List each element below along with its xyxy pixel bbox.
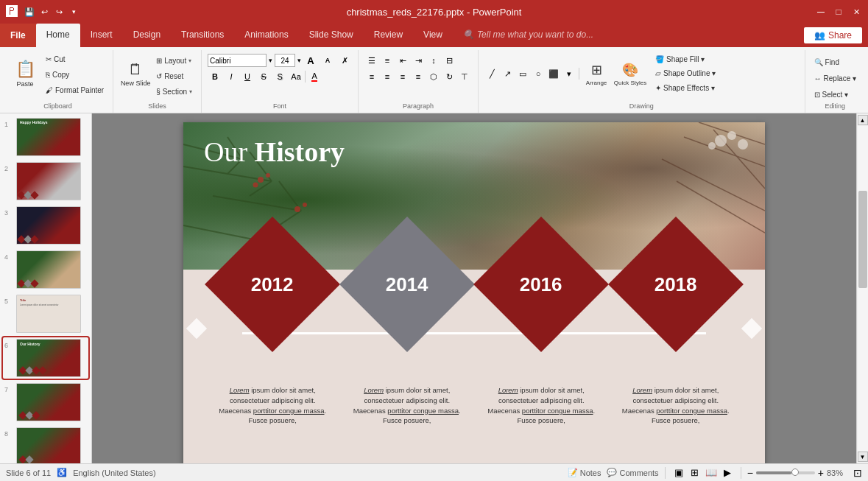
shape-arrow-button[interactable]: ↗ — [500, 66, 515, 81]
slide-thumb-1[interactable]: 1 Happy Holidays — [3, 116, 88, 158]
align-center-button[interactable]: ≡ — [380, 69, 395, 84]
new-slide-icon: 🗒 — [128, 61, 143, 78]
cut-button[interactable]: ✂ Cut — [43, 52, 107, 66]
font-size-dropdown[interactable]: ▾ — [297, 57, 301, 64]
shape-line-button[interactable]: ╱ — [484, 66, 499, 81]
notes-button[interactable]: 📝 Notes — [568, 468, 601, 477]
status-bar: Slide 6 of 11 ♿ English (United States) … — [0, 463, 868, 481]
format-painter-button[interactable]: 🖌 Format Painter — [43, 82, 107, 97]
tab-animations[interactable]: Animations — [234, 24, 298, 47]
line-spacing-button[interactable]: ↕ — [426, 53, 441, 68]
tab-review[interactable]: Review — [364, 24, 413, 47]
italic-button[interactable]: I — [224, 69, 239, 84]
scroll-down-button[interactable]: ▼ — [858, 452, 868, 462]
reading-view-button[interactable]: 📖 — [704, 466, 719, 480]
find-button[interactable]: 🔍 Find — [811, 55, 842, 69]
restore-btn[interactable]: □ — [833, 6, 844, 18]
underline-button[interactable]: U — [240, 69, 255, 84]
shape-outline-button[interactable]: ▱ Shape Outline ▾ — [652, 67, 719, 80]
increase-indent-button[interactable]: ⇥ — [411, 53, 426, 68]
timeline-text-2012: Lorem ipsum dolor sit amet, consectetuer… — [216, 385, 330, 426]
slide-thumb-3[interactable]: 3 — [3, 205, 88, 246]
slide-image-3 — [16, 206, 81, 245]
slide-panel[interactable]: 1 Happy Holidays 2 3 — [0, 113, 92, 463]
tab-slideshow[interactable]: Slide Show — [299, 24, 364, 47]
scroll-track[interactable] — [858, 126, 868, 451]
clear-format-button[interactable]: ✗ — [337, 53, 352, 68]
tab-file[interactable]: File — [0, 24, 36, 47]
font-size-input[interactable] — [275, 54, 295, 67]
slideshow-button[interactable]: ▶ — [720, 466, 735, 480]
font-name-dropdown[interactable]: ▾ — [269, 57, 272, 64]
smart-art-button[interactable]: ⬡ — [426, 69, 441, 84]
comments-button[interactable]: 💬 Comments — [607, 468, 658, 477]
font-name-input[interactable] — [208, 54, 267, 67]
quick-styles-button[interactable]: 🎨 Quick Styles — [612, 53, 649, 94]
shape-effects-button[interactable]: ✦ Shape Effects ▾ — [652, 82, 719, 94]
shape-more-button[interactable]: ⬛ — [546, 66, 561, 81]
tab-view[interactable]: View — [413, 24, 453, 47]
replace-button[interactable]: ↔ Replace ▾ — [811, 71, 859, 85]
redo-icon[interactable]: ↪ — [53, 6, 65, 18]
new-slide-button[interactable]: 🗒 New Slide — [119, 52, 152, 96]
decrease-indent-button[interactable]: ⇤ — [395, 53, 410, 68]
slide-thumb-7[interactable]: 7 — [3, 382, 88, 423]
tab-design[interactable]: Design — [123, 24, 171, 47]
close-btn[interactable]: ✕ — [850, 6, 862, 18]
slide-image-2 — [16, 162, 81, 200]
save-icon[interactable]: 💾 — [24, 6, 35, 18]
customize-icon[interactable]: ▾ — [68, 6, 80, 18]
paste-button[interactable]: 📋 Paste — [9, 52, 41, 96]
zoom-thumb[interactable] — [791, 468, 799, 476]
tab-tellme[interactable]: 🔍 Tell me what you want to do... — [453, 24, 604, 47]
bullet-list-button[interactable]: ☰ — [364, 53, 379, 68]
undo-icon[interactable]: ↩ — [38, 6, 50, 18]
change-case-button[interactable]: Aa — [289, 69, 303, 84]
font-color-button[interactable]: A — [307, 69, 322, 84]
layout-button[interactable]: ⊞ Layout ▾ — [153, 53, 195, 68]
copy-button[interactable]: ⎘ Copy — [43, 67, 107, 82]
bold-button[interactable]: B — [208, 69, 222, 84]
slide-thumb-4[interactable]: 4 — [3, 249, 88, 290]
normal-view-button[interactable]: ▣ — [671, 466, 686, 480]
canvas-area[interactable]: Our History 2012 Lorem ipsum dolor sit a… — [92, 113, 856, 463]
shapes-dropdown-button[interactable]: ▾ — [562, 66, 576, 81]
strikethrough-button[interactable]: S — [256, 69, 271, 84]
slide-thumb-8[interactable]: 8 — [3, 426, 88, 463]
section-button[interactable]: § Section ▾ — [153, 84, 195, 99]
right-scrollbar[interactable]: ▲ ▼ — [856, 113, 868, 463]
fit-slide-button[interactable]: ⊡ — [853, 467, 862, 479]
zoom-slider[interactable] — [756, 471, 815, 474]
share-button[interactable]: 👥 Share — [804, 27, 862, 43]
increase-font-size-button[interactable]: A — [303, 53, 318, 68]
text-direction-button[interactable]: ↻ — [442, 69, 456, 84]
tab-transitions[interactable]: Transitions — [171, 24, 234, 47]
columns-button[interactable]: ⊟ — [442, 53, 456, 68]
arrange-button[interactable]: ⊞ Arrange — [582, 53, 611, 94]
justify-button[interactable]: ≡ — [411, 69, 426, 84]
svg-point-12 — [253, 183, 258, 188]
decrease-font-size-button[interactable]: A — [320, 53, 335, 68]
svg-point-21 — [727, 131, 736, 140]
shadow-button[interactable]: S — [272, 69, 287, 84]
scroll-up-button[interactable]: ▲ — [858, 115, 868, 125]
tab-insert[interactable]: Insert — [80, 24, 123, 47]
tab-home[interactable]: Home — [36, 24, 80, 47]
slide-thumb-2[interactable]: 2 — [3, 161, 88, 202]
slide-sorter-button[interactable]: ⊞ — [688, 466, 702, 480]
numbered-list-button[interactable]: ≡ — [380, 53, 395, 68]
align-left-button[interactable]: ≡ — [364, 69, 379, 84]
align-text-button[interactable]: ⊤ — [457, 69, 472, 84]
minimize-btn[interactable]: ─ — [815, 6, 827, 18]
reset-button[interactable]: ↺ Reset — [153, 69, 195, 83]
zoom-in-button[interactable]: + — [818, 467, 824, 479]
slide-thumb-6[interactable]: 6 Our History — [3, 337, 88, 379]
slide-thumb-5[interactable]: 5 Title Lorem ipsum dolor sit amet conse… — [3, 293, 88, 334]
shape-rect-button[interactable]: ▭ — [515, 66, 530, 81]
align-right-button[interactable]: ≡ — [395, 69, 410, 84]
shape-circle-button[interactable]: ○ — [531, 66, 546, 81]
select-button[interactable]: ⊡ Select ▾ — [811, 87, 852, 102]
slide-image-5: Title Lorem ipsum dolor sit amet consect… — [16, 295, 81, 333]
zoom-out-button[interactable]: − — [747, 467, 753, 479]
shape-fill-button[interactable]: 🪣 Shape Fill ▾ — [652, 53, 719, 66]
